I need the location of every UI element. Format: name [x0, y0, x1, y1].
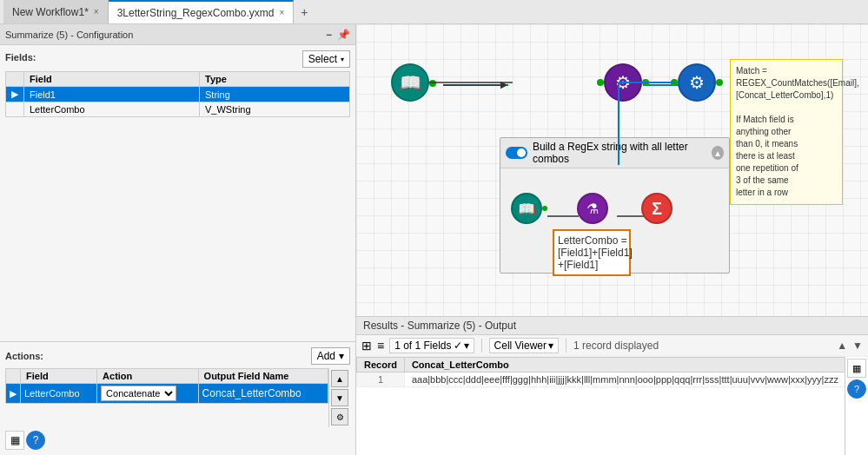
field-row[interactable]: LetterCombo V_WString — [6, 102, 350, 117]
results-panel: Results - Summarize (5) - Output ⊞ ≡ 1 o… — [356, 316, 868, 455]
config-header: Summarize (5) - Configuration − 📌 — [0, 24, 355, 45]
fields-table: Field Type ▶ Field1 String LetterCombo V… — [5, 71, 350, 117]
workflow-collapse-btn[interactable]: ▲ — [712, 146, 724, 160]
tab-new-workflow[interactable]: New Workflow1* × — [3, 0, 109, 23]
tab-regex-combo-close[interactable]: × — [279, 8, 284, 17]
cell-viewer-label: Cell Viewer — [494, 340, 547, 352]
toolbar-divider-1 — [481, 339, 482, 353]
actions-col-output: Output Field Name — [198, 369, 328, 384]
result-row-num: 1 — [357, 373, 405, 387]
actions-section: Actions: Add ▾ Field Acti — [0, 341, 355, 455]
tab-regex-combo-label: 3LetterString_RegexCombo.yxmd — [117, 7, 275, 19]
config-icons: − 📌 — [326, 29, 350, 41]
nav-up-button[interactable]: ▲ — [837, 340, 847, 352]
select-button[interactable]: Select ▾ — [302, 50, 350, 68]
field-name-cell: Field1 — [24, 87, 200, 102]
fields-col-arrow — [6, 72, 24, 87]
inner-input-icon: 📖 — [511, 193, 542, 224]
formula-top-icon: ⚙ — [604, 63, 642, 102]
inner-formula-icon: ⚗ — [577, 193, 608, 224]
move-up-button[interactable]: ▲ — [331, 370, 348, 387]
select-label: Select — [308, 53, 337, 65]
actions-table: Field Action Output Field Name ▶ LetterC… — [5, 368, 328, 404]
action-action-cell: Concatenate — [97, 384, 199, 404]
fields-label: Fields: — [5, 52, 36, 63]
result-row-data: aaa|bbb|ccc|ddd|eee|fff|ggg|hhh|iii|jjj|… — [404, 373, 845, 387]
tab-regex-combo[interactable]: 3LetterString_RegexCombo.yxmd × — [109, 0, 295, 23]
select-arrow-icon: ▾ — [341, 56, 344, 63]
fields-col-field: Field — [24, 72, 200, 87]
action-output-cell: Concat_LetterCombo — [198, 384, 328, 404]
output-top-icon: ⚙ — [678, 63, 716, 102]
field-type-cell: String — [200, 87, 350, 102]
horizontal-line-icon: ≡ — [377, 339, 384, 353]
records-count-label: 1 record displayed — [573, 340, 659, 352]
inner-workflow-header: Build a RegEx string with all letter com… — [500, 138, 729, 168]
results-header: Results - Summarize (5) - Output — [356, 317, 868, 335]
cell-viewer-button[interactable]: Cell Viewer ▾ — [489, 338, 559, 353]
actions-content: Field Action Output Field Name ▶ LetterC… — [5, 368, 328, 427]
fields-checkmark: ✓ — [454, 340, 462, 352]
config-title: Summarize (5) - Configuration — [5, 30, 133, 40]
fields-section: Fields: Select ▾ Field Type ▶ Field1 Str… — [0, 45, 355, 341]
inner-input-node[interactable]: 📖 — [511, 193, 542, 224]
add-action-button[interactable]: Add ▾ — [311, 347, 350, 365]
input-node-icon: 📖 — [391, 63, 429, 102]
tab-new-workflow-close[interactable]: × — [94, 7, 99, 16]
inner-canvas: 📖 ⚗ LetterCombo = [Field1]+[Field1] +[Fi… — [500, 168, 709, 273]
action-settings-button[interactable]: ⚙ — [331, 408, 348, 425]
actions-header: Actions: Add ▾ — [5, 347, 350, 365]
inner-summarize-node[interactable]: Σ — [641, 193, 673, 224]
results-table: Record Concat_LetterCombo 1 aaa|bbb|ccc|… — [356, 357, 845, 455]
actions-col-arrow — [6, 369, 21, 384]
results-help-icon[interactable]: ? — [847, 379, 866, 399]
tab-add-button[interactable]: + — [294, 5, 315, 19]
action-output-name: Concat_LetterCombo — [202, 387, 301, 399]
left-panel: Summarize (5) - Configuration − 📌 Fields… — [0, 24, 356, 455]
action-field-cell: LetterCombo — [21, 384, 97, 404]
fields-dropdown-icon: ▾ — [464, 340, 469, 352]
nav-down-button[interactable]: ▼ — [852, 340, 863, 352]
result-col-data: Concat_LetterCombo — [404, 358, 845, 373]
help-icon-button[interactable]: ? — [26, 431, 45, 450]
inner-summarize-icon: Σ — [641, 193, 673, 224]
actions-side: Field Action Output Field Name ▶ LetterC… — [5, 368, 350, 427]
right-panel: 📖 Build a RegEx string with all letter c… — [356, 24, 868, 455]
workflow-toggle[interactable] — [506, 147, 527, 159]
comment-text: Match = REGEX_CountMatches([Email], [Con… — [736, 66, 859, 197]
inner-workflow: Build a RegEx string with all letter com… — [500, 137, 730, 274]
toolbar-divider-2 — [566, 339, 567, 353]
tab-new-workflow-label: New Workflow1* — [12, 6, 89, 18]
comment-box: Match = REGEX_CountMatches([Email], [Con… — [730, 59, 843, 205]
result-col-record: Record — [357, 358, 405, 373]
action-type-select[interactable]: Concatenate — [101, 386, 176, 401]
viewer-dropdown-icon: ▾ — [548, 340, 553, 352]
inner-workflow-title: Build a RegEx string with all letter com… — [533, 141, 706, 165]
actions-col-field: Field — [21, 369, 97, 384]
inner-formula-node[interactable]: ⚗ — [577, 193, 608, 224]
formula-box: LetterCombo = [Field1]+[Field1] +[Field1… — [553, 229, 631, 276]
canvas-area[interactable]: 📖 Build a RegEx string with all letter c… — [356, 24, 868, 316]
results-title: Results - Summarize (5) - Output — [363, 320, 516, 332]
results-toolbar: ⊞ ≡ 1 of 1 Fields ✓ ▾ Cell Viewer ▾ 1 re… — [356, 335, 868, 357]
add-label: Add — [317, 350, 335, 362]
pin-icon[interactable]: 📌 — [337, 29, 350, 41]
grid-icon: ⊞ — [361, 339, 372, 353]
input-node[interactable]: 📖 — [391, 63, 429, 103]
result-row: 1 aaa|bbb|ccc|ddd|eee|fff|ggg|hhh|iii|jj… — [357, 373, 845, 387]
formula-top-node[interactable]: ⚙ — [604, 63, 642, 102]
field-arrow-cell — [6, 102, 24, 117]
actions-col-action: Action — [97, 369, 199, 384]
table-icon-button[interactable]: ▦ — [5, 431, 24, 450]
field-row[interactable]: ▶ Field1 String — [6, 87, 350, 102]
move-down-button[interactable]: ▼ — [331, 389, 348, 406]
fields-count-label: 1 of 1 Fields — [394, 340, 451, 352]
main-area: Summarize (5) - Configuration − 📌 Fields… — [0, 24, 868, 455]
results-table-icon[interactable]: ▦ — [847, 359, 866, 378]
minimize-icon[interactable]: − — [326, 29, 332, 41]
output-top-node[interactable]: ⚙ — [678, 63, 716, 102]
fields-count-button[interactable]: 1 of 1 Fields ✓ ▾ — [389, 338, 474, 353]
action-row[interactable]: ▶ LetterCombo Concatenate Concat_LetterC… — [6, 384, 328, 404]
formula-text: LetterCombo = [Field1]+[Field1] +[Field1… — [558, 234, 633, 271]
action-arrow-cell: ▶ — [6, 384, 21, 404]
